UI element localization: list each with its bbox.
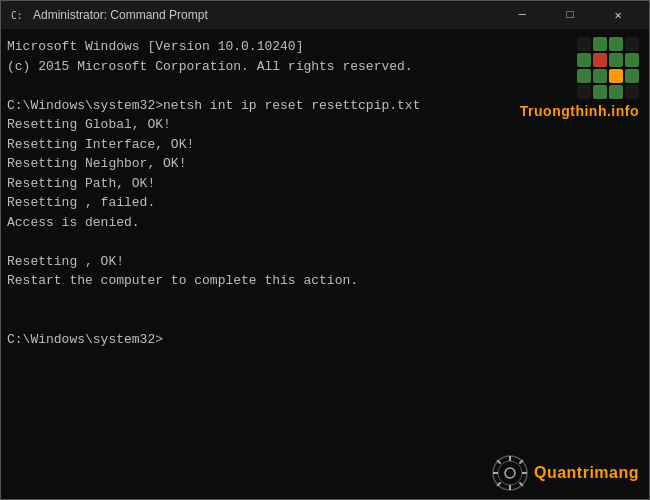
terminal-content: Microsoft Windows [Version 10.0.10240] (… [1, 29, 649, 499]
mosaic-cell [577, 37, 591, 51]
window: C: Administrator: Command Prompt ─ □ ✕ M… [0, 0, 650, 500]
svg-point-3 [498, 461, 522, 485]
window-title: Administrator: Command Prompt [33, 8, 491, 22]
mosaic-cell [609, 69, 623, 83]
window-controls: ─ □ ✕ [499, 1, 641, 29]
brand-rest: uantrimang [547, 464, 639, 481]
brand-name-main: Truongthinh [520, 103, 607, 119]
maximize-button[interactable]: □ [547, 1, 593, 29]
mosaic-cell [609, 37, 623, 51]
watermark-top: Truongthinh.info [520, 37, 639, 119]
mosaic-cell [577, 85, 591, 99]
mosaic-cell [625, 53, 639, 67]
close-button[interactable]: ✕ [595, 1, 641, 29]
watermark-bottom: Quantrimang [492, 455, 639, 491]
mosaic-cell [609, 85, 623, 99]
mosaic-cell [625, 69, 639, 83]
brand-q: Q [534, 464, 547, 481]
svg-line-11 [519, 460, 523, 464]
mosaic-cell [625, 37, 639, 51]
mosaic-cell [577, 53, 591, 67]
svg-text:C:: C: [11, 10, 23, 21]
mosaic-cell [593, 85, 607, 99]
cmd-icon: C: [9, 7, 25, 23]
svg-line-12 [497, 482, 501, 486]
brand-suffix: .info [607, 103, 639, 119]
brand-top: Truongthinh.info [520, 103, 639, 119]
mosaic-cell [593, 69, 607, 83]
mosaic-cell [609, 53, 623, 67]
gear-icon [492, 455, 528, 491]
svg-line-9 [497, 460, 501, 464]
svg-point-4 [505, 468, 515, 478]
mosaic-cell [593, 53, 607, 67]
brand-bottom: Quantrimang [534, 464, 639, 482]
mosaic-cell [593, 37, 607, 51]
minimize-button[interactable]: ─ [499, 1, 545, 29]
mosaic-grid [577, 37, 639, 99]
mosaic-cell [577, 69, 591, 83]
svg-line-10 [519, 482, 523, 486]
mosaic-cell [625, 85, 639, 99]
title-bar: C: Administrator: Command Prompt ─ □ ✕ [1, 1, 649, 29]
bottom-brand-container: Quantrimang [492, 455, 639, 491]
